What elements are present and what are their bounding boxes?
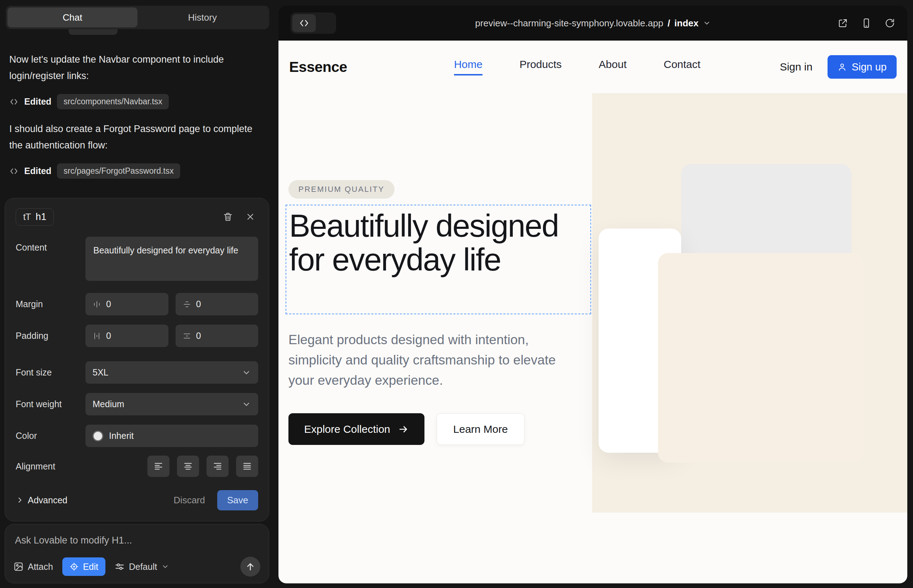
typography-icon: tT [23, 212, 31, 223]
advanced-toggle[interactable]: Advanced [16, 495, 67, 506]
nav-link-products[interactable]: Products [520, 58, 562, 76]
save-button[interactable]: Save [217, 490, 258, 510]
font-size-label: Font size [16, 367, 86, 378]
tab-chat[interactable]: Chat [8, 8, 138, 27]
margin-vertical-icon [183, 300, 191, 309]
explore-collection-button[interactable]: Explore Collection [288, 413, 424, 445]
align-right-button[interactable] [207, 456, 228, 477]
sliders-icon [115, 562, 125, 572]
padding-vertical-icon [183, 332, 191, 340]
color-row: Color Inherit [16, 425, 258, 447]
align-center-button[interactable] [177, 456, 199, 477]
font-weight-label: Font weight [16, 399, 86, 409]
align-left-button[interactable] [147, 456, 170, 477]
edited-file-row: Edited src/pages/ForgotPassword.tsx [9, 163, 269, 179]
composer-toolbar: Attach Edit Default [13, 557, 260, 577]
hero-headline[interactable]: Beautifully designed for everyday life [289, 209, 590, 276]
margin-x-input[interactable]: 0 [86, 293, 168, 315]
padding-x-input[interactable]: 0 [86, 325, 168, 347]
align-justify-button[interactable] [236, 456, 258, 477]
open-external-icon[interactable] [837, 18, 848, 29]
chrome-actions [837, 18, 895, 29]
url-path-dropdown[interactable]: index [674, 18, 699, 29]
url-domain: preview--charming-site-symphony.lovable.… [475, 18, 663, 29]
nav-link-about[interactable]: About [599, 58, 626, 76]
color-swatch [92, 431, 103, 441]
edited-file-row: Edited src/components/Navbar.tsx [9, 94, 269, 109]
sidebar-tabs: Chat History [6, 6, 269, 29]
font-size-select[interactable]: 5XL [86, 361, 258, 384]
tab-history[interactable]: History [138, 8, 267, 27]
code-preview-toggle [291, 13, 336, 34]
arrow-up-icon [245, 562, 255, 572]
attach-button[interactable]: Attach [13, 562, 53, 572]
chevron-down-icon [703, 19, 711, 27]
user-icon [837, 62, 847, 71]
font-size-row: Font size 5XL [16, 361, 258, 384]
margin-horizontal-icon [92, 300, 101, 309]
color-select[interactable]: Inherit [86, 425, 258, 447]
decor-card-cream [658, 253, 863, 463]
margin-y-input[interactable]: 0 [176, 293, 259, 315]
font-weight-row: Font weight Medium [16, 393, 258, 415]
file-path-badge[interactable]: src/pages/ForgotPassword.tsx [57, 163, 180, 179]
close-editor-button[interactable] [243, 209, 258, 225]
refresh-icon[interactable] [884, 18, 895, 29]
url-bar: preview--charming-site-symphony.lovable.… [278, 6, 907, 40]
align-center-icon [183, 461, 193, 471]
chevron-right-icon [16, 496, 24, 504]
nav-link-contact[interactable]: Contact [664, 58, 701, 76]
edit-mode-button[interactable]: Edit [62, 557, 105, 576]
premium-quality-badge: PREMIUM QUALITY [288, 180, 395, 199]
chevron-down-icon [242, 400, 251, 409]
image-attach-icon [13, 562, 24, 572]
site-preview: Essence Home Products About Contact Sign… [278, 40, 907, 583]
nav-link-home[interactable]: Home [454, 58, 482, 76]
align-justify-icon [242, 461, 252, 471]
learn-more-button[interactable]: Learn More [437, 413, 524, 445]
edited-label: Edited [24, 97, 51, 107]
edited-label: Edited [24, 166, 51, 176]
browser-chrome: preview--charming-site-symphony.lovable.… [278, 6, 907, 40]
file-path-badge[interactable]: src/components/Navbar.tsx [57, 94, 168, 109]
alignment-row: Alignment [16, 456, 258, 477]
selected-element-chip[interactable]: tT h1 [16, 208, 54, 226]
site-nav: Home Products About Contact [454, 58, 701, 76]
code-view-button[interactable] [292, 14, 316, 32]
composer-input[interactable]: Ask Lovable to modify H1... [15, 535, 260, 546]
align-right-icon [212, 461, 223, 471]
code-icon [9, 166, 18, 176]
code-icon [9, 97, 18, 107]
mobile-view-icon[interactable] [861, 18, 872, 29]
padding-horizontal-icon [92, 332, 101, 340]
padding-label: Padding [16, 331, 86, 341]
site-logo[interactable]: Essence [289, 59, 347, 76]
content-input[interactable]: Beautifully designed for everyday life [86, 237, 258, 281]
sign-up-button[interactable]: Sign up [827, 55, 897, 79]
nav-actions: Sign in Sign up [780, 55, 897, 79]
font-weight-select[interactable]: Medium [86, 393, 258, 415]
chevron-down-icon [161, 563, 169, 570]
send-button[interactable] [240, 557, 260, 577]
color-label: Color [16, 431, 86, 441]
element-editor-panel: tT h1 Content Beautifully designed for e… [5, 198, 269, 522]
chat-messages[interactable]: Now let's update the Navbar component to… [9, 51, 269, 190]
model-default-button[interactable]: Default [115, 562, 169, 572]
discard-button[interactable]: Discard [174, 495, 205, 506]
selected-tag: h1 [36, 212, 46, 223]
alignment-label: Alignment [16, 461, 86, 472]
sign-in-link[interactable]: Sign in [780, 61, 813, 73]
delete-element-button[interactable] [220, 208, 236, 225]
padding-y-input[interactable]: 0 [176, 325, 259, 347]
site-navbar: Essence Home Products About Contact Sign… [278, 40, 907, 93]
chat-composer: Ask Lovable to modify H1... Attach Edit … [5, 524, 269, 583]
close-icon [245, 212, 255, 222]
margin-label: Margin [16, 299, 86, 309]
chat-message: I should also create a Forgot Password p… [9, 121, 259, 153]
chat-sidebar: Chat History Now let's update the Navbar… [0, 0, 278, 588]
margin-row: Margin 0 0 [16, 293, 258, 315]
selection-outline: Beautifully designed for everyday life [286, 205, 591, 314]
editor-header: tT h1 [16, 207, 258, 226]
hero-subtext[interactable]: Elegant products designed with intention… [288, 330, 571, 391]
trash-icon [223, 212, 233, 222]
